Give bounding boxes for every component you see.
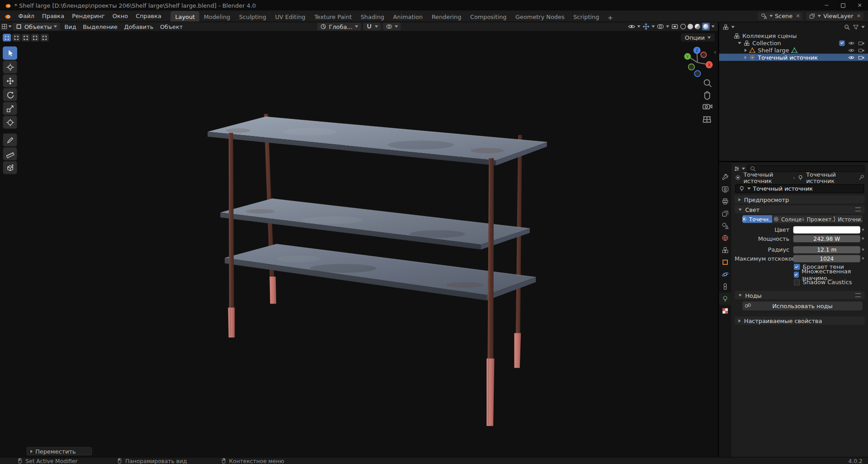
proportional-editing-toggle[interactable]: [383, 23, 401, 30]
menu-edit[interactable]: Правка: [38, 10, 68, 21]
section-custom-properties[interactable]: Настраиваемые свойства: [735, 316, 865, 324]
viewlayer-selector[interactable]: ViewLayer ✕: [806, 12, 863, 20]
animate-dot[interactable]: [860, 229, 866, 231]
animate-dot[interactable]: [860, 257, 866, 259]
pin-icon[interactable]: [858, 174, 865, 181]
tab-modeling[interactable]: Modeling: [199, 11, 235, 21]
tab-viewlayer-properties[interactable]: [719, 207, 731, 220]
tool-rotate[interactable]: [3, 88, 17, 101]
section-preview[interactable]: Предпросмотр: [735, 195, 865, 203]
select-mode-intersect-button[interactable]: [40, 34, 48, 42]
viewlayer-unlink-button[interactable]: ✕: [857, 13, 861, 19]
tab-texture-properties[interactable]: [719, 305, 731, 317]
collection-checkbox[interactable]: [839, 40, 844, 46]
tab-collection-properties[interactable]: [719, 244, 731, 256]
tab-output-properties[interactable]: [719, 195, 731, 207]
outliner-editor-icon[interactable]: [722, 24, 729, 31]
breadcrumb-object[interactable]: Точечный источник: [744, 171, 791, 184]
options-dropdown[interactable]: Опции: [681, 33, 715, 41]
filter-funnel-icon[interactable]: [853, 24, 859, 31]
tab-constraints-properties[interactable]: [719, 281, 731, 293]
tab-compositing[interactable]: Compositing: [466, 11, 511, 21]
hide-eye-icon[interactable]: [848, 47, 855, 53]
shading-solid-button[interactable]: [688, 24, 693, 29]
radius-input[interactable]: 12.1 m: [793, 246, 860, 253]
tool-move[interactable]: [3, 74, 17, 87]
section-menu-icon[interactable]: [855, 207, 861, 211]
animate-dot[interactable]: [860, 248, 866, 251]
render-visibility-camera-icon[interactable]: [858, 47, 865, 53]
add-workspace-button[interactable]: +: [604, 14, 617, 22]
shading-wireframe-button[interactable]: [680, 24, 686, 29]
expand-triangle-icon[interactable]: [738, 42, 741, 44]
tab-light-data-properties[interactable]: [719, 293, 731, 305]
viewport-canvas[interactable]: Z X Y: [0, 22, 718, 457]
operator-panel-move[interactable]: Переместить: [27, 447, 92, 455]
tab-physics-properties[interactable]: [719, 268, 731, 281]
menu-view[interactable]: Вид: [61, 22, 80, 31]
select-mode-subtract-button[interactable]: [22, 34, 30, 42]
shadow-caustics-checkbox[interactable]: [794, 279, 800, 285]
tab-layout[interactable]: Layout: [171, 11, 199, 21]
outliner-row-scene-collection[interactable]: Коллекция сцены: [719, 32, 868, 39]
menu-object[interactable]: Объект: [157, 22, 186, 31]
mode-selector[interactable]: Объекты: [13, 23, 60, 30]
menu-add[interactable]: Добавить: [121, 22, 156, 31]
light-type-point-button[interactable]: Точечн...: [742, 215, 772, 223]
outliner-row-shelf-large[interactable]: Shelf large: [719, 47, 868, 54]
editor-type-button[interactable]: [0, 23, 8, 30]
max-bounces-input[interactable]: 1024: [793, 255, 860, 262]
power-input[interactable]: 242.98 W: [793, 235, 860, 242]
visibility-eye-icon[interactable]: [628, 23, 636, 30]
select-mode-extend-button[interactable]: [12, 34, 20, 42]
blender-menu-button[interactable]: [0, 10, 14, 21]
section-nodes[interactable]: Ноды: [735, 291, 865, 299]
scene-unlink-button[interactable]: ✕: [796, 13, 800, 19]
outliner-row-collection[interactable]: Collection: [719, 39, 868, 47]
tool-annotate[interactable]: [3, 133, 17, 146]
menu-render[interactable]: Рендеринг: [68, 10, 109, 21]
tool-transform[interactable]: [3, 116, 17, 129]
outliner-row-point-light[interactable]: Точечный источник: [719, 54, 868, 61]
menu-window[interactable]: Окно: [108, 10, 132, 21]
snap-toggle[interactable]: [363, 23, 381, 30]
tab-scene-properties[interactable]: [719, 220, 731, 232]
tool-measure[interactable]: [3, 147, 17, 160]
section-light[interactable]: Свет: [735, 205, 865, 213]
hide-eye-icon[interactable]: [848, 54, 855, 61]
menu-help[interactable]: Справка: [132, 10, 165, 21]
scene-selector[interactable]: Scene ✕: [758, 12, 803, 20]
shading-material-button[interactable]: [695, 24, 700, 29]
tool-add-primitive[interactable]: [3, 161, 17, 174]
menu-file[interactable]: Файл: [14, 10, 38, 21]
xray-toggle-icon[interactable]: [671, 23, 679, 30]
expand-triangle-icon[interactable]: [745, 56, 747, 59]
render-visibility-camera-icon[interactable]: [858, 54, 865, 61]
tool-cursor[interactable]: [3, 60, 17, 73]
color-swatch[interactable]: [793, 226, 860, 233]
shading-rendered-button[interactable]: [702, 23, 710, 30]
multiple-importance-checkbox[interactable]: [794, 272, 799, 277]
cast-shadow-checkbox[interactable]: [794, 263, 800, 269]
overlays-toggle-icon[interactable]: [656, 23, 664, 30]
expand-triangle-icon[interactable]: [745, 48, 747, 52]
tab-texture-paint[interactable]: Texture Paint: [310, 11, 356, 21]
use-nodes-button[interactable]: Использовать ноды: [742, 301, 863, 310]
animate-dot[interactable]: [860, 237, 866, 239]
select-mode-set-button[interactable]: [3, 34, 11, 42]
tab-world-properties[interactable]: [719, 232, 731, 244]
section-menu-icon[interactable]: [855, 293, 861, 297]
hide-eye-icon[interactable]: [848, 40, 855, 47]
properties-editor-icon[interactable]: [733, 165, 740, 172]
light-type-sun-button[interactable]: Солнце: [773, 215, 802, 223]
transform-orientation-selector[interactable]: Глоба...: [317, 23, 361, 30]
close-button[interactable]: ✕: [851, 0, 868, 10]
tab-rendering[interactable]: Rendering: [427, 11, 466, 21]
sidebar-collapse-toggle[interactable]: ‹: [714, 49, 716, 56]
gizmos-toggle-icon[interactable]: [642, 23, 650, 30]
maximize-button[interactable]: [835, 0, 852, 10]
tab-shading[interactable]: Shading: [356, 11, 389, 21]
select-mode-invert-button[interactable]: [31, 34, 39, 42]
tab-animation[interactable]: Animation: [389, 11, 427, 21]
tab-geometry-nodes[interactable]: Geometry Nodes: [511, 11, 569, 21]
